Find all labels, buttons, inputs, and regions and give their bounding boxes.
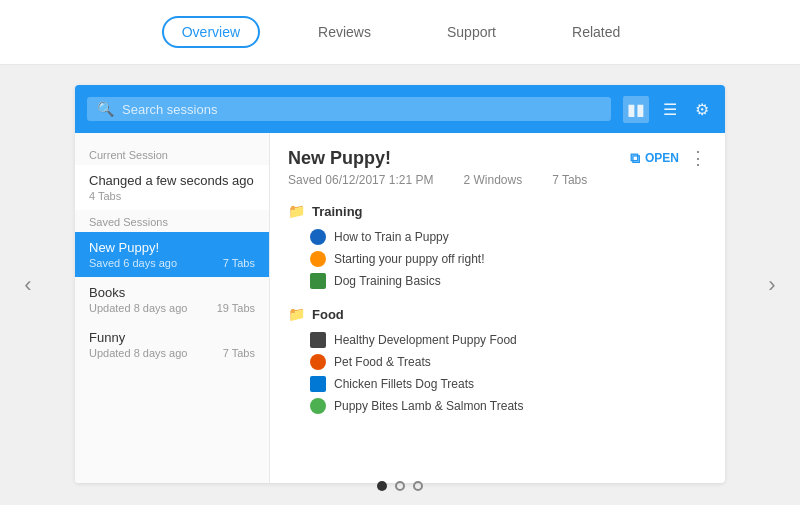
panel-body: Current Session Changed a few seconds ag… [75,133,725,483]
session-tabs-new-puppy: 7 Tabs [223,257,255,269]
tab-item-t1[interactable]: How to Train a Puppy [288,226,707,248]
current-session-name: Changed a few seconds ago [89,173,255,188]
tab-item-f4[interactable]: Puppy Bites Lamb & Salmon Treats [288,395,707,417]
session-meta-new-puppy: Saved 6 days ago [89,257,177,269]
nav-item-related[interactable]: Related [554,18,638,46]
tab-label-f1: Healthy Development Puppy Food [334,333,517,347]
content-meta: Saved 06/12/2017 1:21 PM 2 Windows 7 Tab… [288,173,707,187]
settings-button[interactable]: ⚙ [691,96,713,123]
category-food: 📁 Food Healthy Development Puppy Food Pe… [288,306,707,417]
current-session-item[interactable]: Changed a few seconds ago 4 Tabs [75,165,269,210]
tab-label-t1: How to Train a Puppy [334,230,449,244]
pagination-dot-1[interactable] [377,481,387,491]
tab-item-t3[interactable]: Dog Training Basics [288,270,707,292]
session-tabs-funny: 7 Tabs [223,347,255,359]
pagination-dot-3[interactable] [413,481,423,491]
tab-item-f3[interactable]: Chicken Fillets Dog Treats [288,373,707,395]
saved-session-new-puppy[interactable]: New Puppy! Saved 6 days ago 7 Tabs [75,232,269,277]
session-title: New Puppy! [288,148,391,169]
tab-favicon-t2 [310,251,326,267]
panel-header: 🔍 ▮▮ ☰ ⚙ [75,85,725,133]
tab-label-f4: Puppy Bites Lamb & Salmon Treats [334,399,523,413]
tab-favicon-f2 [310,354,326,370]
open-session-button[interactable]: ⧉ OPEN [630,150,679,167]
session-meta-funny: Updated 8 days ago [89,347,187,359]
saved-session-funny[interactable]: Funny Updated 8 days ago 7 Tabs [75,322,269,367]
saved-date: Saved 06/12/2017 1:21 PM [288,173,433,187]
session-name-new-puppy: New Puppy! [89,240,159,255]
open-icon: ⧉ [630,150,640,167]
open-label: OPEN [645,151,679,165]
pagination-dot-2[interactable] [395,481,405,491]
saved-sessions-label: Saved Sessions [75,210,269,232]
category-header-food: 📁 Food [288,306,707,322]
more-options-button[interactable]: ⋮ [689,147,707,169]
session-manager-panel: 🔍 ▮▮ ☰ ⚙ Current Session Changed a few s… [75,85,725,483]
category-training: 📁 Training How to Train a Puppy Starting… [288,203,707,292]
tab-label-t3: Dog Training Basics [334,274,441,288]
content-header: New Puppy! ⧉ OPEN ⋮ [288,147,707,169]
current-session-meta: 4 Tabs [89,190,255,202]
nav-item-support[interactable]: Support [429,18,514,46]
current-session-label: Current Session [75,143,269,165]
tabs-total: 7 Tabs [552,173,587,187]
tab-item-t2[interactable]: Starting your puppy off right! [288,248,707,270]
tab-item-f1[interactable]: Healthy Development Puppy Food [288,329,707,351]
session-meta-books: Updated 8 days ago [89,302,187,314]
session-name-books: Books [89,285,125,300]
tab-label-f2: Pet Food & Treats [334,355,431,369]
tab-favicon-f1 [310,332,326,348]
tab-label-f3: Chicken Fillets Dog Treats [334,377,474,391]
top-navigation: OverviewReviewsSupportRelated [0,0,800,65]
list-view-button[interactable]: ☰ [659,96,681,123]
tab-favicon-t1 [310,229,326,245]
tab-favicon-f4 [310,398,326,414]
tab-label-t2: Starting your puppy off right! [334,252,485,266]
folder-icon-training: 📁 [288,203,305,219]
search-icon: 🔍 [97,101,114,117]
search-box[interactable]: 🔍 [87,97,611,121]
header-actions: ▮▮ ☰ ⚙ [623,96,713,123]
content-area: New Puppy! ⧉ OPEN ⋮ Saved 06/12/2017 1:2… [270,133,725,483]
category-header-training: 📁 Training [288,203,707,219]
sidebar: Current Session Changed a few seconds ag… [75,133,270,483]
pagination-dots [377,481,423,491]
windows-count: 2 Windows [463,173,522,187]
category-name-training: Training [312,204,363,219]
open-button-wrap: ⧉ OPEN ⋮ [630,147,707,169]
nav-item-reviews[interactable]: Reviews [300,18,389,46]
category-name-food: Food [312,307,344,322]
tab-favicon-f3 [310,376,326,392]
nav-item-overview[interactable]: Overview [162,16,260,48]
session-tabs-books: 19 Tabs [217,302,255,314]
folder-icon-food: 📁 [288,306,305,322]
grid-view-button[interactable]: ▮▮ [623,96,649,123]
next-arrow-button[interactable]: › [754,267,790,303]
search-input[interactable] [122,102,601,117]
session-name-funny: Funny [89,330,125,345]
main-content: ‹ 🔍 ▮▮ ☰ ⚙ Current Session Changed a few… [0,65,800,505]
prev-arrow-button[interactable]: ‹ [10,267,46,303]
tab-favicon-t3 [310,273,326,289]
tab-item-f2[interactable]: Pet Food & Treats [288,351,707,373]
saved-session-books[interactable]: Books Updated 8 days ago 19 Tabs [75,277,269,322]
